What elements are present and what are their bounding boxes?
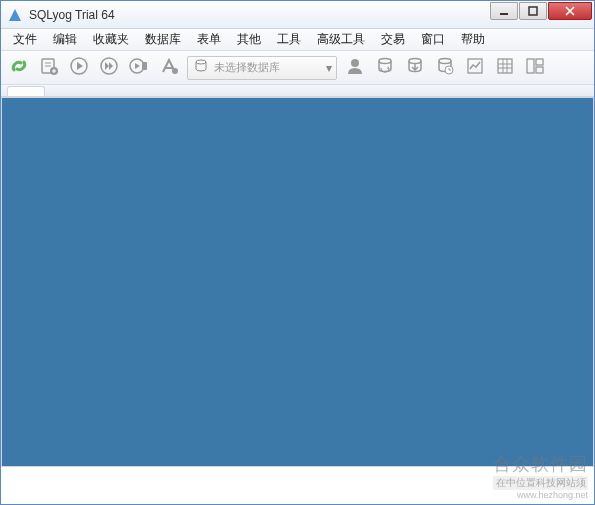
menu-file[interactable]: 文件: [5, 29, 45, 50]
watermark-text-3: www.hezhong.net: [493, 490, 588, 500]
execute-icon: [69, 56, 89, 79]
watermark: 合众软件园 在中位置科技网站须 www.hezhong.net: [493, 452, 588, 500]
connect-button[interactable]: [7, 56, 31, 80]
chart-icon: [465, 56, 485, 79]
toolbar: 未选择数据库 ▾: [1, 51, 594, 85]
app-window: SQLyog Trial 64 文件 编辑 收藏夹 数据库 表单 其他 工具 高…: [0, 0, 595, 505]
execute-explain-icon: [129, 56, 149, 79]
menubar: 文件 编辑 收藏夹 数据库 表单 其他 工具 高级工具 交易 窗口 帮助: [1, 29, 594, 51]
watermark-text-2: 在中位置科技网站须: [493, 476, 588, 490]
database-selector[interactable]: 未选择数据库 ▾: [187, 56, 337, 80]
user-icon: [345, 56, 365, 79]
layout-button[interactable]: [523, 56, 547, 80]
format-icon: [159, 56, 179, 79]
menu-favorites[interactable]: 收藏夹: [85, 29, 137, 50]
sync-button[interactable]: [373, 56, 397, 80]
schedule-icon: [435, 56, 455, 79]
svg-rect-18: [498, 59, 512, 73]
menu-table[interactable]: 表单: [189, 29, 229, 50]
svg-point-12: [351, 59, 359, 67]
menu-powertools[interactable]: 高级工具: [309, 29, 373, 50]
window-controls: [489, 2, 592, 22]
menu-other[interactable]: 其他: [229, 29, 269, 50]
svg-rect-25: [536, 67, 543, 73]
svg-rect-0: [500, 13, 508, 15]
connection-tab[interactable]: [7, 86, 45, 96]
svg-point-15: [439, 59, 451, 64]
content-area: [1, 97, 594, 467]
watermark-text-1: 合众软件园: [493, 452, 588, 476]
svg-rect-9: [142, 62, 147, 70]
chevron-down-icon: ▾: [326, 61, 332, 75]
svg-rect-1: [529, 7, 537, 15]
svg-point-14: [409, 59, 421, 64]
new-query-icon: [39, 56, 59, 79]
menu-window[interactable]: 窗口: [413, 29, 453, 50]
backup-button[interactable]: [403, 56, 427, 80]
close-button[interactable]: [548, 2, 592, 20]
menu-tools[interactable]: 工具: [269, 29, 309, 50]
new-query-button[interactable]: [37, 56, 61, 80]
user-manager-button[interactable]: [343, 56, 367, 80]
database-icon: [194, 59, 208, 76]
chart-button[interactable]: [463, 56, 487, 80]
execute-button[interactable]: [67, 56, 91, 80]
tab-strip: [1, 85, 594, 97]
connect-icon: [9, 56, 29, 79]
backup-icon: [405, 56, 425, 79]
layout-icon: [525, 56, 545, 79]
menu-database[interactable]: 数据库: [137, 29, 189, 50]
menu-transactions[interactable]: 交易: [373, 29, 413, 50]
app-icon: [7, 7, 23, 23]
sync-icon: [375, 56, 395, 79]
database-selector-text: 未选择数据库: [214, 60, 320, 75]
menu-help[interactable]: 帮助: [453, 29, 493, 50]
execute-all-icon: [99, 56, 119, 79]
svg-point-13: [379, 59, 391, 64]
grid-button[interactable]: [493, 56, 517, 80]
window-title: SQLyog Trial 64: [29, 8, 489, 22]
schedule-button[interactable]: [433, 56, 457, 80]
titlebar: SQLyog Trial 64: [1, 1, 594, 29]
maximize-button[interactable]: [519, 2, 547, 20]
execute-all-button[interactable]: [97, 56, 121, 80]
minimize-button[interactable]: [490, 2, 518, 20]
menu-edit[interactable]: 编辑: [45, 29, 85, 50]
svg-rect-23: [527, 59, 534, 73]
grid-icon: [495, 56, 515, 79]
execute-explain-button[interactable]: [127, 56, 151, 80]
svg-point-10: [172, 68, 178, 74]
svg-rect-24: [536, 59, 543, 65]
format-button[interactable]: [157, 56, 181, 80]
svg-point-11: [196, 60, 206, 64]
